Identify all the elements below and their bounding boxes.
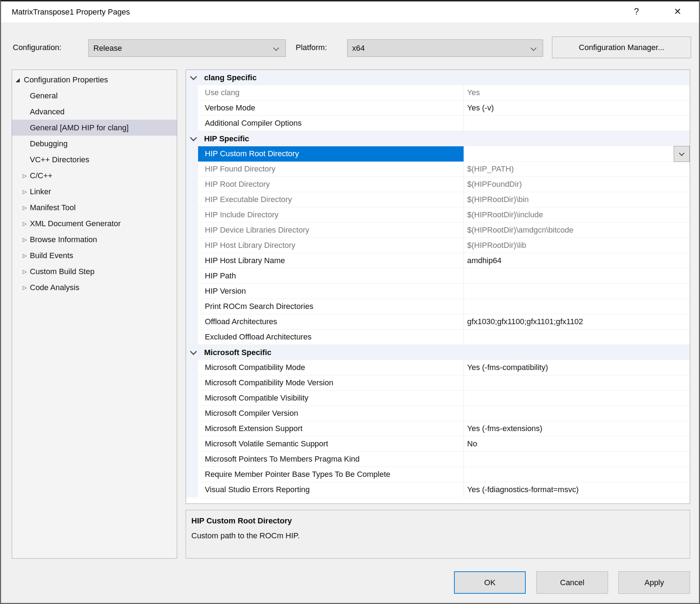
property-value[interactable]: Yes (-fms-compatibility) bbox=[464, 360, 690, 375]
tree-expand-icon[interactable]: ▷ bbox=[23, 279, 27, 295]
row-gutter bbox=[186, 391, 198, 406]
tree-item-linker[interactable]: ▷Linker bbox=[12, 184, 177, 200]
tree-collapse-icon[interactable]: ◢ bbox=[16, 72, 20, 88]
section-collapse-icon[interactable] bbox=[190, 348, 197, 355]
property-name[interactable]: HIP Version bbox=[198, 284, 464, 299]
tree-item-vc-directories[interactable]: VC++ Directories bbox=[12, 152, 177, 168]
tree-item-xml-document-generator[interactable]: ▷XML Document Generator bbox=[12, 216, 177, 232]
tree-item-code-analysis[interactable]: ▷Code Analysis bbox=[12, 279, 177, 295]
section-collapse-icon[interactable] bbox=[190, 73, 197, 80]
section-header-hip-specific[interactable]: HIP Specific bbox=[186, 131, 690, 146]
property-name[interactable]: Microsoft Compatible Visibility bbox=[198, 391, 464, 406]
property-value[interactable]: Yes bbox=[464, 85, 690, 100]
property-name[interactable]: HIP Include Directory bbox=[198, 207, 464, 223]
help-button[interactable]: ? bbox=[626, 1, 647, 21]
property-name[interactable]: HIP Found Directory bbox=[198, 162, 464, 177]
section-header-clang-specific[interactable]: clang Specific bbox=[186, 70, 690, 85]
tree-item-configuration-properties[interactable]: ◢Configuration Properties bbox=[12, 72, 177, 88]
property-value[interactable] bbox=[464, 299, 690, 314]
property-name[interactable]: HIP Path bbox=[198, 268, 464, 284]
tree-item-browse-information[interactable]: ▷Browse Information bbox=[12, 232, 177, 247]
property-value[interactable]: $(HIPRootDir)\amdgcn\bitcode bbox=[464, 223, 690, 238]
property-name[interactable]: Verbose Mode bbox=[198, 100, 464, 116]
property-value[interactable] bbox=[464, 467, 690, 482]
row-gutter bbox=[186, 467, 198, 482]
property-value[interactable] bbox=[464, 375, 690, 391]
property-value[interactable] bbox=[464, 116, 690, 131]
property-name[interactable]: Use clang bbox=[198, 85, 464, 100]
property-row-hip-host-library-name: HIP Host Library Nameamdhip64 bbox=[186, 253, 690, 268]
property-value[interactable]: $(HIPRootDir)\lib bbox=[464, 238, 690, 253]
property-value[interactable]: $(HIPFoundDir) bbox=[464, 177, 690, 192]
row-gutter bbox=[186, 146, 198, 162]
property-name[interactable]: Offload Architectures bbox=[198, 314, 464, 330]
property-name[interactable]: HIP Root Directory bbox=[198, 177, 464, 192]
tree-item-c-c[interactable]: ▷C/C++ bbox=[12, 168, 177, 184]
property-value[interactable]: Yes (-fms-extensions) bbox=[464, 421, 690, 436]
tree-expand-icon[interactable]: ▷ bbox=[23, 200, 27, 216]
tree-item-custom-build-step[interactable]: ▷Custom Build Step bbox=[12, 263, 177, 279]
close-button[interactable]: ✕ bbox=[667, 1, 688, 21]
section-header-microsoft-specific[interactable]: Microsoft Specific bbox=[186, 345, 690, 360]
property-value[interactable] bbox=[464, 268, 690, 284]
tree-expand-icon[interactable]: ▷ bbox=[23, 247, 27, 263]
property-name[interactable]: Microsoft Pointers To Members Pragma Kin… bbox=[198, 452, 464, 467]
tree-expand-icon[interactable]: ▷ bbox=[23, 184, 27, 200]
property-row-hip-root-directory: HIP Root Directory$(HIPFoundDir) bbox=[186, 177, 690, 192]
property-name[interactable]: Additional Compiler Options bbox=[198, 116, 464, 131]
row-gutter bbox=[186, 238, 198, 253]
property-name[interactable]: Microsoft Compatibility Mode Version bbox=[198, 375, 464, 391]
row-gutter bbox=[186, 85, 198, 100]
tree-item-general[interactable]: General bbox=[12, 88, 177, 104]
property-value[interactable]: $(HIPRootDir)\include bbox=[464, 207, 690, 223]
property-name[interactable]: Excluded Offload Architectures bbox=[198, 330, 464, 345]
property-name[interactable]: Microsoft Compiler Version bbox=[198, 406, 464, 421]
property-name[interactable]: Microsoft Volatile Semantic Support bbox=[198, 436, 464, 452]
property-value[interactable] bbox=[464, 391, 690, 406]
property-value[interactable] bbox=[464, 284, 690, 299]
tree-expand-icon[interactable]: ▷ bbox=[23, 216, 27, 232]
chevron-down-icon bbox=[679, 151, 685, 156]
tree-item-build-events[interactable]: ▷Build Events bbox=[12, 247, 177, 263]
platform-label: Platform: bbox=[296, 43, 327, 52]
property-row-microsoft-compiler-version: Microsoft Compiler Version bbox=[186, 406, 690, 421]
property-name[interactable]: Print ROCm Search Directories bbox=[198, 299, 464, 314]
property-value[interactable]: $(HIPRootDir)\bin bbox=[464, 192, 690, 207]
tree-expand-icon[interactable]: ▷ bbox=[23, 263, 27, 279]
property-row-hip-device-libraries-directory: HIP Device Libraries Directory$(HIPRootD… bbox=[186, 223, 690, 238]
tree-expand-icon[interactable]: ▷ bbox=[23, 232, 27, 247]
configuration-manager-button[interactable]: Configuration Manager... bbox=[552, 37, 691, 58]
apply-button[interactable]: Apply bbox=[618, 571, 690, 594]
tree-item-advanced[interactable]: Advanced bbox=[12, 104, 177, 120]
property-value[interactable]: No bbox=[464, 436, 690, 452]
property-value[interactable] bbox=[464, 330, 690, 345]
property-name[interactable]: HIP Host Library Directory bbox=[198, 238, 464, 253]
property-name[interactable]: Microsoft Extension Support bbox=[198, 421, 464, 436]
tree-expand-icon[interactable]: ▷ bbox=[23, 168, 27, 184]
property-name[interactable]: Require Member Pointer Base Types To Be … bbox=[198, 467, 464, 482]
property-value[interactable]: amdhip64 bbox=[464, 253, 690, 268]
property-value[interactable] bbox=[464, 452, 690, 467]
tree-item-manifest-tool[interactable]: ▷Manifest Tool bbox=[12, 200, 177, 216]
cancel-button[interactable]: Cancel bbox=[536, 571, 608, 594]
property-name[interactable]: HIP Executable Directory bbox=[198, 192, 464, 207]
section-collapse-icon[interactable] bbox=[190, 134, 197, 141]
property-value[interactable]: gfx1030;gfx1100;gfx1101;gfx1102 bbox=[464, 314, 690, 330]
property-name[interactable]: HIP Custom Root Directory bbox=[198, 146, 464, 162]
property-value[interactable]: Yes (-fdiagnostics-format=msvc) bbox=[464, 482, 690, 497]
tree-item-general-amd-hip-for-clang[interactable]: General [AMD HIP for clang] bbox=[12, 120, 177, 136]
property-name[interactable]: Microsoft Compatibility Mode bbox=[198, 360, 464, 375]
property-value[interactable] bbox=[464, 146, 690, 162]
property-value[interactable]: $(HIP_PATH) bbox=[464, 162, 690, 177]
property-name[interactable]: HIP Host Library Name bbox=[198, 253, 464, 268]
configuration-select[interactable]: Release bbox=[88, 39, 286, 57]
property-name[interactable]: Visual Studio Errors Reporting bbox=[198, 482, 464, 497]
value-dropdown-button[interactable] bbox=[674, 146, 690, 162]
tree-item-label: General [AMD HIP for clang] bbox=[12, 120, 128, 136]
property-value[interactable]: Yes (-v) bbox=[464, 100, 690, 116]
tree-item-debugging[interactable]: Debugging bbox=[12, 136, 177, 152]
platform-select[interactable]: x64 bbox=[347, 39, 543, 57]
property-value[interactable] bbox=[464, 406, 690, 421]
ok-button[interactable]: OK bbox=[454, 571, 526, 594]
property-name[interactable]: HIP Device Libraries Directory bbox=[198, 223, 464, 238]
